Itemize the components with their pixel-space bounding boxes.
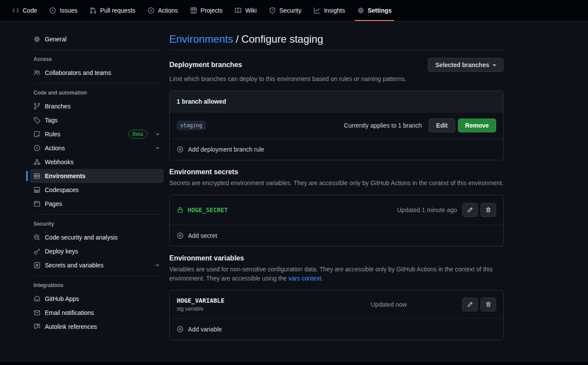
delete-variable-button[interactable]	[480, 297, 496, 311]
tab-settings[interactable]: Settings	[352, 0, 397, 21]
mail-icon	[34, 309, 40, 316]
plus-circle-icon	[177, 326, 184, 333]
sidebar-item-code-security[interactable]: Code security and analysis	[30, 230, 164, 244]
edit-branch-rule-button[interactable]: Edit	[429, 118, 455, 132]
sidebar-divider	[34, 276, 160, 276]
remove-branch-rule-button[interactable]: Remove	[458, 118, 496, 132]
hubot-icon	[34, 295, 40, 302]
sidebar-item-branches[interactable]: Branches	[30, 99, 164, 113]
vars-context-link[interactable]: vars context	[289, 275, 321, 282]
deployment-branches-section: Deployment branches Selected branches Li…	[169, 58, 504, 160]
plus-circle-icon	[177, 232, 184, 239]
sidebar-item-environments[interactable]: Environments	[30, 169, 164, 183]
issue-opened-icon	[49, 7, 56, 14]
lock-icon	[177, 206, 184, 213]
tab-security[interactable]: Security	[264, 0, 307, 21]
code-icon	[12, 7, 19, 14]
secret-name-text: HOGE_SECRET	[188, 206, 228, 213]
shield-icon	[269, 7, 276, 14]
tab-label: Actions	[158, 7, 178, 14]
sidebar-item-rules[interactable]: Rules Beta	[30, 127, 164, 141]
sidebar-item-label: Environments	[45, 172, 85, 179]
add-secret-label: Add secret	[188, 232, 217, 239]
sidebar-item-label: Email notifications	[45, 309, 94, 316]
sidebar-item-deploy-keys[interactable]: Deploy keys	[30, 244, 164, 258]
tab-pull-requests[interactable]: Pull requests	[84, 0, 141, 21]
sidebar-item-email-notifications[interactable]: Email notifications	[30, 306, 164, 320]
beta-badge: Beta	[128, 130, 147, 139]
delete-secret-button[interactable]	[480, 203, 496, 217]
book-icon	[235, 7, 242, 14]
deployment-branches-description: Limit which branches can deploy to this …	[169, 74, 504, 84]
sidebar-item-actions[interactable]: Actions	[30, 141, 164, 155]
sidebar-item-codespaces[interactable]: Codespaces	[30, 183, 164, 197]
environment-secrets-description: Secrets are encrypted environment variab…	[169, 179, 504, 188]
secrets-icon	[34, 262, 40, 269]
sidebar-item-collaborators[interactable]: Collaborators and teams	[30, 66, 164, 80]
tab-issues[interactable]: Issues	[44, 0, 82, 21]
tab-label: Pull requests	[100, 7, 135, 14]
environment-variables-card: HOGE_VARIABLE stg variable Updated now	[169, 290, 504, 340]
sidebar-item-general[interactable]: General	[30, 32, 164, 46]
play-circle-icon	[148, 7, 155, 14]
sidebar-item-autolink-references[interactable]: Autolink references	[30, 320, 164, 334]
secret-row: HOGE_SECRET Updated 1 minute ago	[170, 195, 503, 225]
breadcrumb-environments-link[interactable]: Environments	[169, 33, 233, 45]
tag-icon	[34, 117, 40, 124]
secret-updated-text: Updated 1 minute ago	[397, 206, 457, 213]
sidebar-item-pages[interactable]: Pages	[30, 197, 164, 211]
cross-reference-icon	[34, 323, 40, 330]
variable-row: HOGE_VARIABLE stg variable Updated now	[170, 291, 503, 319]
repo-nav: Code Issues Pull requests Actions Projec…	[0, 0, 588, 21]
tab-wiki[interactable]: Wiki	[229, 0, 262, 21]
sidebar-item-label: Collaborators and teams	[45, 69, 111, 76]
add-rule-label: Add deployment branch rule	[188, 146, 264, 153]
chevron-down-icon	[155, 145, 160, 151]
sidebar-item-label: GitHub Apps	[45, 295, 79, 302]
key-icon	[34, 248, 40, 255]
variable-value-text: stg variable	[177, 306, 371, 312]
trash-icon	[485, 207, 491, 213]
add-secret-button[interactable]: Add secret	[170, 225, 503, 246]
edit-secret-button[interactable]	[462, 203, 478, 217]
code-scan-icon	[34, 234, 40, 241]
edit-variable-button[interactable]	[462, 297, 478, 311]
tab-actions[interactable]: Actions	[142, 0, 183, 21]
environment-secrets-card: HOGE_SECRET Updated 1 minute ago	[169, 195, 504, 247]
tab-label: Wiki	[245, 7, 256, 14]
sidebar-item-github-apps[interactable]: GitHub Apps	[30, 292, 164, 306]
page-title: Environments/Configure staging	[169, 32, 504, 50]
sidebar-item-label: Branches	[45, 103, 71, 110]
sidebar-item-label: Code security and analysis	[45, 234, 118, 241]
tab-label: Security	[279, 7, 302, 14]
sidebar-item-label: Actions	[45, 145, 65, 152]
sidebar-item-tags[interactable]: Tags	[30, 113, 164, 127]
gear-icon	[34, 36, 40, 43]
add-variable-button[interactable]: Add variable	[170, 319, 503, 340]
sidebar-item-label: Codespaces	[45, 186, 79, 193]
sidebar-item-secrets-variables[interactable]: Secrets and variables	[30, 258, 164, 272]
tab-code[interactable]: Code	[7, 0, 42, 21]
environment-variables-title: Environment variables	[169, 254, 244, 262]
settings-sidebar: General Access Collaborators and teams C…	[28, 32, 164, 334]
environment-secrets-section: Environment secrets Secrets are encrypte…	[169, 168, 504, 247]
tab-projects[interactable]: Projects	[185, 0, 228, 21]
trash-icon	[485, 301, 491, 308]
selected-branches-label: Selected branches	[435, 61, 489, 68]
branch-rule-row: staging Currently applies to 1 branch Ed…	[170, 112, 503, 139]
project-icon	[190, 7, 197, 14]
caret-down-icon	[493, 64, 496, 68]
breadcrumb-separator: /	[236, 33, 239, 45]
environment-variables-description: Variables are used for non-sensitive con…	[169, 265, 504, 283]
add-deployment-branch-rule-button[interactable]: Add deployment branch rule	[170, 139, 503, 160]
tab-insights[interactable]: Insights	[308, 0, 350, 21]
tab-label: Code	[23, 7, 37, 14]
environment-secrets-title: Environment secrets	[169, 168, 238, 176]
sidebar-item-label: Webhooks	[45, 159, 74, 166]
selected-branches-dropdown[interactable]: Selected branches	[428, 58, 504, 72]
sidebar-item-label: Autolink references	[45, 323, 97, 330]
pencil-icon	[467, 207, 473, 213]
variable-name-text: HOGE_VARIABLE	[177, 297, 371, 304]
sidebar-item-label: Tags	[45, 117, 58, 124]
sidebar-item-webhooks[interactable]: Webhooks	[30, 155, 164, 169]
